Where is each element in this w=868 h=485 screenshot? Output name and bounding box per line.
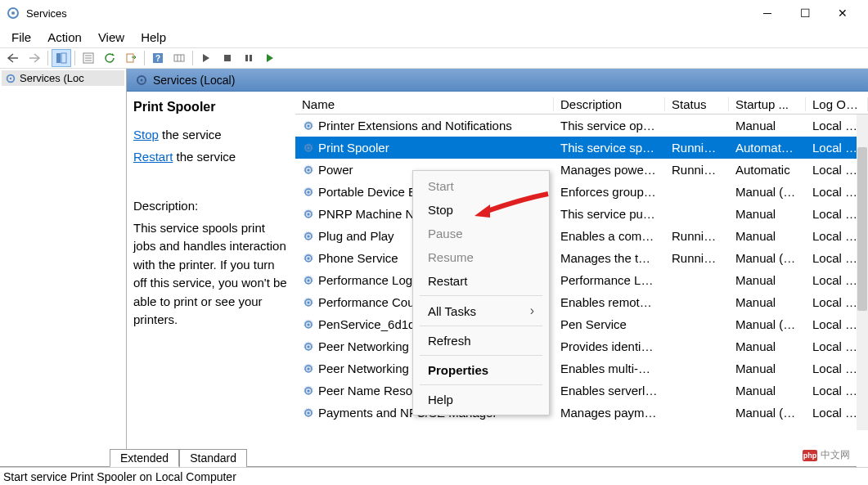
cell-name: Printer Extensions and Notifications — [295, 119, 554, 132]
cell-status: Runni… — [665, 163, 729, 177]
service-row[interactable]: PNRP Machine NThis service pu…ManualLoca… — [295, 203, 868, 225]
service-row[interactable]: Print SpoolerThis service sp…Runni…Autom… — [295, 137, 868, 159]
cell-status: Runni… — [665, 251, 729, 265]
pane-header: Services (Local) — [127, 69, 868, 92]
cell-startup: Manual (… — [729, 406, 806, 420]
cell-desc: Manages paym… — [554, 406, 665, 420]
maximize-button[interactable]: ☐ — [786, 0, 824, 26]
svg-point-18 — [10, 77, 12, 79]
back-button[interactable] — [3, 49, 23, 67]
cell-startup: Manual (… — [729, 317, 806, 331]
vertical-scrollbar[interactable] — [857, 115, 868, 430]
cell-desc: Manages the t… — [554, 251, 665, 265]
service-row[interactable]: PowerManages powe…Runni…AutomaticLocal S… — [295, 159, 868, 181]
context-menu: Start Stop Pause Resume Restart All Task… — [412, 170, 550, 415]
col-description[interactable]: Description — [554, 97, 665, 111]
ctx-properties[interactable]: Properties — [413, 358, 549, 382]
tree-pane: Services (Loc — [0, 69, 127, 453]
cell-startup: Automatic — [729, 163, 806, 177]
svg-point-42 — [308, 345, 310, 348]
col-name[interactable]: Name — [295, 97, 554, 111]
menubar: File Action View Help — [0, 26, 868, 47]
service-row[interactable]: Phone ServiceManages the t…Runni…Manual … — [295, 247, 868, 269]
ctx-all-tasks[interactable]: All Tasks — [413, 299, 549, 323]
service-row[interactable]: Peer NetworkingEnables multi-…ManualLoca… — [295, 357, 868, 379]
cell-desc: Enables a com… — [554, 229, 665, 243]
restart-service-button[interactable] — [260, 49, 280, 67]
desc-text: This service spools print jobs and handl… — [133, 219, 289, 330]
service-row[interactable]: Portable Device EEnforces group…Manual (… — [295, 181, 868, 203]
menu-view[interactable]: View — [92, 29, 131, 46]
service-row[interactable]: Performance LogPerformance L…ManualLocal… — [295, 269, 868, 291]
cell-desc: Manages powe… — [554, 163, 665, 177]
tab-standard[interactable]: Standard — [179, 449, 247, 467]
restart-link[interactable]: Restart — [133, 150, 173, 164]
cell-startup: Manual — [729, 273, 806, 287]
titlebar: Services ─ ☐ ✕ — [0, 0, 868, 26]
cell-desc: This service pu… — [554, 207, 665, 221]
column-button[interactable] — [169, 49, 189, 67]
list-header: Name Description Status Startup ... Log … — [295, 92, 868, 115]
ctx-refresh[interactable]: Refresh — [413, 329, 549, 353]
start-service-button[interactable] — [196, 49, 216, 67]
ctx-restart[interactable]: Restart — [413, 269, 549, 293]
cell-desc: Performance L… — [554, 273, 665, 287]
cell-startup: Manual — [729, 362, 806, 375]
desc-label: Description: — [133, 197, 289, 216]
svg-point-46 — [308, 389, 310, 392]
watermark: php 中文网 — [803, 448, 850, 462]
service-row[interactable]: Printer Extensions and NotificationsThis… — [295, 115, 868, 137]
help-button[interactable]: ? — [148, 49, 168, 67]
minimize-button[interactable]: ─ — [749, 0, 786, 26]
service-row[interactable]: Peer NetworkingProvides identi…ManualLoc… — [295, 335, 868, 357]
service-row[interactable]: Peer Name Resolution ProtocolEnables ser… — [295, 379, 868, 402]
cell-desc: Enables remot… — [554, 295, 665, 309]
properties-button[interactable] — [79, 49, 98, 67]
cell-startup: Automat… — [729, 141, 806, 155]
cell-desc: This service op… — [554, 119, 665, 132]
gear-icon — [5, 73, 16, 84]
svg-rect-15 — [245, 55, 248, 61]
ctx-stop[interactable]: Stop — [413, 198, 549, 222]
service-row[interactable]: Plug and PlayEnables a com…Runni…ManualL… — [295, 225, 868, 247]
close-button[interactable]: ✕ — [824, 0, 861, 26]
gear-icon — [135, 74, 148, 87]
stop-link[interactable]: Stop — [133, 128, 159, 141]
svg-point-20 — [141, 79, 143, 81]
statusbar: Start service Print Spooler on Local Com… — [0, 467, 868, 485]
col-status[interactable]: Status — [665, 97, 729, 111]
col-startup[interactable]: Startup ... — [729, 97, 806, 111]
svg-point-26 — [308, 168, 310, 171]
refresh-button[interactable] — [100, 49, 119, 67]
menu-action[interactable]: Action — [41, 29, 88, 46]
pause-service-button[interactable] — [239, 49, 259, 67]
cell-desc: Enables serverl… — [554, 384, 665, 397]
ctx-start: Start — [413, 174, 549, 198]
svg-rect-3 — [61, 53, 66, 63]
service-row[interactable]: PenService_6d1daPen ServiceManual (…Loca… — [295, 313, 868, 335]
forward-button[interactable] — [25, 49, 44, 67]
tab-extended[interactable]: Extended — [110, 449, 179, 467]
svg-point-40 — [308, 323, 310, 326]
col-logon[interactable]: Log On As — [806, 97, 868, 111]
ctx-resume: Resume — [413, 245, 549, 269]
cell-desc: This service sp… — [554, 141, 665, 155]
cell-startup: Manual — [729, 339, 806, 353]
cell-desc: Enforces group… — [554, 185, 665, 199]
show-hide-button[interactable] — [52, 49, 71, 67]
service-row[interactable]: Payments and NFC/SE ManagerManages paym…… — [295, 402, 868, 424]
svg-point-38 — [308, 301, 310, 303]
detail-title: Print Spooler — [133, 100, 289, 115]
cell-startup: Manual — [729, 119, 806, 132]
svg-point-48 — [308, 411, 310, 414]
ctx-help[interactable]: Help — [413, 388, 549, 411]
svg-point-36 — [308, 279, 310, 281]
menu-file[interactable]: File — [5, 29, 38, 46]
cell-startup: Manual — [729, 229, 806, 243]
export-button[interactable] — [121, 49, 141, 67]
svg-point-30 — [308, 213, 310, 215]
stop-service-button[interactable] — [218, 49, 237, 67]
tree-item-services-local[interactable]: Services (Loc — [2, 70, 124, 86]
menu-help[interactable]: Help — [134, 29, 173, 46]
service-row[interactable]: Performance CouEnables remot…ManualLocal… — [295, 291, 868, 313]
